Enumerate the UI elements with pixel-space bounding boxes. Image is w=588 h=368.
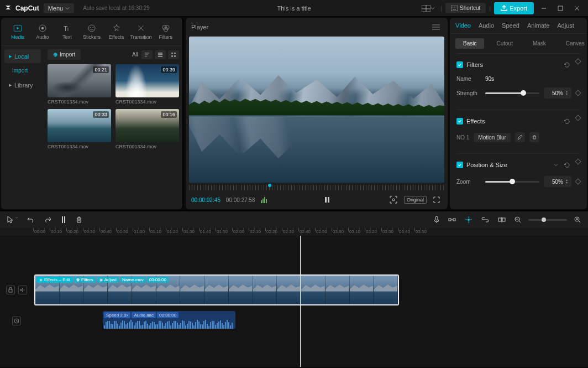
timeline-tracks[interactable]: Effects – Edit Filters Adjust Name.mov 0… <box>0 236 588 367</box>
redo-button[interactable] <box>42 215 53 225</box>
tab-filters[interactable]: Filters <box>153 21 178 42</box>
inspector-tab-speed[interactable]: Speed <box>502 22 519 29</box>
nav-library[interactable]: ▸Library <box>4 78 41 92</box>
keyframe-button[interactable] <box>575 178 581 184</box>
keyframe-button[interactable] <box>575 58 581 64</box>
audio-clip[interactable]: Speed 2.0x Audio.aac 00:00:00 <box>103 311 235 329</box>
strength-slider[interactable] <box>485 92 539 94</box>
svg-rect-34 <box>435 216 438 220</box>
svg-text:I: I <box>67 27 69 32</box>
playhead[interactable] <box>300 236 301 367</box>
inspector-tab-animate[interactable]: Animate <box>527 22 549 29</box>
zoom-out-icon <box>514 216 521 223</box>
inspector-tab-video[interactable]: Video <box>455 22 471 29</box>
layout-button[interactable] <box>419 3 437 14</box>
tab-audio[interactable]: Audio <box>30 21 55 42</box>
fullscreen-icon <box>433 196 440 203</box>
zoom-in-button[interactable] <box>573 215 582 225</box>
menu-button[interactable]: Menu <box>44 3 75 13</box>
track-lock-button[interactable] <box>6 286 15 294</box>
split-icon <box>60 216 67 224</box>
tab-transition[interactable]: Transition <box>129 21 154 42</box>
app-name: CapCut <box>15 4 39 12</box>
inspector-tab-audio[interactable]: Audio <box>479 22 494 29</box>
player-viewport[interactable] <box>189 37 444 183</box>
track-timing-button[interactable] <box>12 317 21 325</box>
undo-button[interactable] <box>25 215 36 225</box>
media-item[interactable]: 00:39 CRST001334.mov <box>116 64 179 105</box>
keyframe-button[interactable] <box>575 90 581 96</box>
clip-badge-adjust[interactable]: Adjust <box>97 277 119 283</box>
preview-quality-button[interactable] <box>387 194 400 206</box>
subtab-mask[interactable]: Mask <box>525 38 554 49</box>
reset-button[interactable] <box>561 159 573 170</box>
import-button[interactable]: ⊕Import <box>48 49 81 60</box>
view-grid-button[interactable] <box>168 50 179 59</box>
nav-import[interactable]: Import <box>4 64 41 77</box>
main-track-magnet-button[interactable] <box>447 215 458 225</box>
nav-local[interactable]: ▸Local <box>4 49 41 63</box>
keyframe-button[interactable] <box>575 158 581 164</box>
zoom-slider[interactable] <box>485 181 539 183</box>
zoom-out-button[interactable] <box>513 215 523 225</box>
tab-stickers[interactable]: Stickers <box>80 21 104 42</box>
keyframe-button[interactable] <box>575 115 581 121</box>
close-button[interactable] <box>570 2 584 15</box>
timeline-zoom-slider[interactable] <box>528 219 567 221</box>
reset-button[interactable] <box>561 116 573 127</box>
tab-effects[interactable]: Effects <box>104 21 129 42</box>
reset-icon <box>564 118 570 125</box>
tab-text[interactable]: TI Text <box>55 21 80 42</box>
section-title: Effects <box>466 118 558 125</box>
svg-point-17 <box>90 27 91 28</box>
delete-effect-button[interactable] <box>529 132 539 142</box>
inspector-tab-adjust[interactable]: Adjust <box>557 22 574 29</box>
svg-rect-29 <box>325 197 327 203</box>
split-button[interactable] <box>59 214 69 225</box>
layout-icon <box>422 5 431 12</box>
clip-badge-filters[interactable]: Filters <box>74 277 96 283</box>
original-badge[interactable]: Original <box>404 196 427 204</box>
tab-media[interactable]: Media <box>6 21 30 42</box>
media-item[interactable]: 00:33 CRST001334.mov <box>48 109 111 149</box>
view-list-button[interactable] <box>155 50 166 59</box>
select-tool[interactable] <box>6 214 20 225</box>
filters-checkbox[interactable] <box>456 61 463 68</box>
media-item[interactable]: 00:16 CRST001334.mov <box>116 109 179 149</box>
svg-rect-30 <box>328 197 329 203</box>
project-title[interactable]: This is a title <box>277 5 311 12</box>
reset-button[interactable] <box>561 59 573 70</box>
effects-checkbox[interactable] <box>456 118 463 125</box>
subtab-basic[interactable]: Basic <box>455 38 484 49</box>
linkage-button[interactable] <box>480 215 491 224</box>
timeline-ruler[interactable]: 00:0000:1000:2000:3000:4000:5001:0001:10… <box>0 228 588 236</box>
fullscreen-button[interactable] <box>431 194 442 205</box>
clip-duration: 00:39 <box>161 66 177 73</box>
minimize-button[interactable] <box>537 2 550 15</box>
player-scrubber[interactable] <box>189 185 444 190</box>
clip-badge-effects[interactable]: Effects – Edit <box>36 277 72 283</box>
auto-snap-button[interactable] <box>463 214 474 225</box>
subtab-cutout[interactable]: Cutout <box>489 38 520 49</box>
video-clip[interactable]: Effects – Edit Filters Adjust Name.mov 0… <box>34 274 399 305</box>
shortcut-button[interactable]: Shortcut <box>445 3 486 13</box>
filter-all[interactable]: All <box>132 51 138 58</box>
export-button[interactable]: Export <box>494 2 534 14</box>
section-title: Position & Size <box>466 162 550 168</box>
strength-input[interactable]: 50%▴▾ <box>544 87 571 99</box>
svg-rect-36 <box>453 219 455 221</box>
edit-effect-button[interactable] <box>515 132 525 142</box>
subtab-canvas[interactable]: Canvas <box>558 38 587 49</box>
preview-axis-button[interactable] <box>496 215 507 225</box>
media-item[interactable]: 00:21 CRST001334.mov <box>48 64 111 105</box>
maximize-button[interactable] <box>554 2 567 15</box>
player-menu-button[interactable] <box>430 22 442 32</box>
keyboard-icon <box>451 6 458 11</box>
sort-button[interactable] <box>141 50 153 59</box>
zoom-input[interactable]: 50%▴▾ <box>544 176 571 187</box>
position-checkbox[interactable] <box>456 162 463 168</box>
delete-button[interactable] <box>74 214 84 225</box>
record-voiceover-button[interactable] <box>432 214 441 225</box>
track-mute-button[interactable] <box>18 286 27 294</box>
play-pause-button[interactable] <box>321 194 333 206</box>
